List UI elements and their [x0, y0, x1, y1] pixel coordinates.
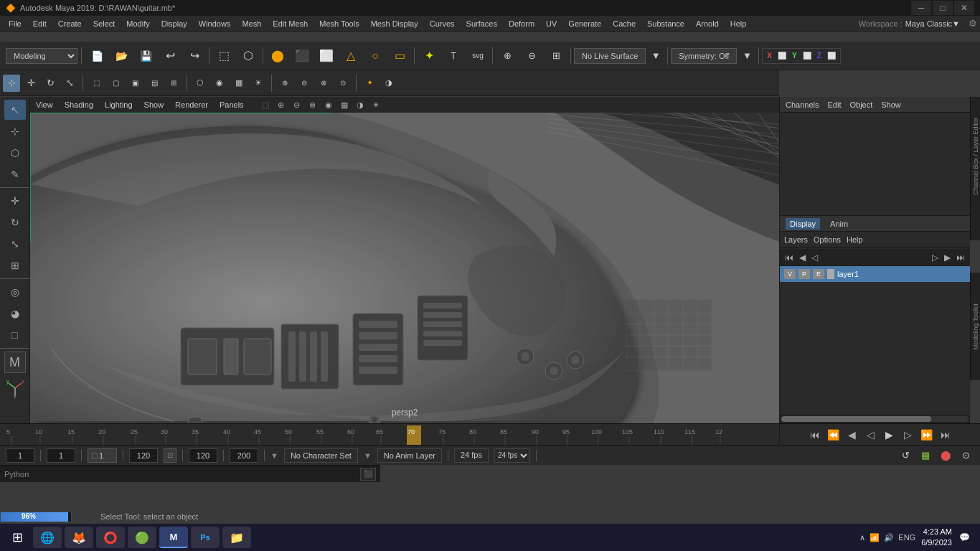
- sculpt-tool[interactable]: ◕: [4, 303, 26, 324]
- star-btn[interactable]: ✦: [418, 44, 440, 67]
- taskbar-edge[interactable]: 🌐: [33, 527, 62, 548]
- clock[interactable]: 4:23 AM 6/9/2023: [921, 527, 952, 549]
- play-back-button[interactable]: ◁: [863, 427, 879, 443]
- rotate-tool-v[interactable]: ↻: [4, 212, 26, 232]
- top-view[interactable]: ▤: [146, 75, 163, 92]
- scale-tool-v[interactable]: ⤡: [4, 234, 26, 254]
- field2-input[interactable]: [47, 448, 75, 463]
- taskbar-chrome[interactable]: 🟢: [128, 527, 156, 548]
- tray-volume[interactable]: 🔊: [884, 533, 894, 542]
- anim-tab[interactable]: Anim: [826, 218, 852, 230]
- panels-menu[interactable]: Panels: [220, 100, 244, 109]
- cone-btn[interactable]: △: [339, 44, 362, 67]
- light-btn[interactable]: ☀: [250, 75, 267, 92]
- layer-v-btn[interactable]: V: [784, 269, 796, 279]
- save-scene-button[interactable]: 💾: [134, 44, 157, 67]
- vp-icon-4[interactable]: ⊗: [306, 98, 320, 111]
- layer-item[interactable]: V P E layer1: [780, 266, 970, 282]
- menu-select[interactable]: Select: [88, 16, 121, 31]
- vp-icon-8[interactable]: ☀: [369, 98, 383, 111]
- paint-tool[interactable]: ✎: [4, 164, 26, 184]
- next-key-button[interactable]: ▷: [900, 427, 916, 443]
- plane-btn[interactable]: ▭: [388, 44, 411, 67]
- menu-uv[interactable]: UV: [540, 16, 562, 31]
- cube-btn[interactable]: ⬛: [291, 44, 314, 67]
- move-tool-v[interactable]: ✛: [4, 191, 26, 211]
- menu-windows[interactable]: Windows: [193, 16, 237, 31]
- symmetry-button[interactable]: Symmetry: Off: [671, 48, 737, 64]
- options-menu[interactable]: Options: [814, 235, 841, 244]
- display-tab[interactable]: Display: [786, 218, 820, 230]
- vp-icon-1[interactable]: ⬚: [258, 98, 273, 111]
- snap-surface[interactable]: ✦: [361, 75, 378, 92]
- taskbar-firefox[interactable]: 🦊: [65, 527, 93, 548]
- object-tab[interactable]: Object: [849, 100, 872, 109]
- channels-tab[interactable]: Channels: [786, 100, 819, 109]
- tool2[interactable]: ⊖: [296, 75, 313, 92]
- menu-curves[interactable]: Curves: [424, 16, 461, 31]
- live-surface-arrow[interactable]: ▼: [647, 47, 664, 65]
- scroll-track[interactable]: [781, 416, 969, 422]
- start-frame-field[interactable]: [6, 448, 34, 463]
- menu-display[interactable]: Display: [156, 16, 193, 31]
- select-tool-2[interactable]: ⊹: [4, 121, 26, 141]
- layer-scrollbar[interactable]: [780, 415, 970, 423]
- menu-help[interactable]: Help: [725, 16, 753, 31]
- layer-p-btn[interactable]: P: [798, 269, 810, 279]
- select-mode-btn[interactable]: ⬚: [212, 44, 235, 67]
- close-button[interactable]: ✕: [954, 1, 974, 15]
- vp-icon-7[interactable]: ◑: [353, 98, 367, 111]
- layer-nav-next[interactable]: ▶: [942, 253, 953, 263]
- snap2-btn[interactable]: ⊖: [520, 44, 543, 67]
- menu-modify[interactable]: Modify: [121, 16, 155, 31]
- layer-nav-prev2[interactable]: ◁: [809, 253, 820, 263]
- select-tool[interactable]: ⊹: [3, 75, 20, 92]
- viewport-canvas[interactable]: persp2: [30, 113, 779, 423]
- torus-btn[interactable]: ○: [364, 44, 387, 67]
- mode-dropdown[interactable]: Modeling: [6, 48, 77, 64]
- next-frame-button[interactable]: ⏩: [919, 427, 935, 443]
- symmetry-arrow[interactable]: ▼: [738, 47, 755, 65]
- show-menu[interactable]: Show: [144, 100, 164, 109]
- language-indicator[interactable]: ENG: [898, 533, 915, 542]
- rotate-tool[interactable]: ↻: [42, 75, 59, 92]
- modeling-toolkit-label[interactable]: Modeling Toolkit: [970, 273, 980, 380]
- tool1[interactable]: ⊕: [276, 75, 293, 92]
- lasso-tool[interactable]: ⬡: [4, 143, 26, 163]
- lighting-menu[interactable]: Lighting: [105, 100, 133, 109]
- status-icon-3[interactable]: ⬤: [937, 447, 954, 464]
- status-icon-1[interactable]: ↺: [897, 447, 914, 464]
- play-forward-button[interactable]: ▶: [882, 427, 897, 443]
- text-btn[interactable]: T: [442, 44, 465, 67]
- prev-frame-button[interactable]: ⏪: [826, 427, 842, 443]
- field5-input[interactable]: [189, 448, 217, 463]
- tray-arrow[interactable]: ∧: [859, 533, 865, 542]
- soft-mod-tool[interactable]: ◎: [4, 282, 26, 302]
- maximize-button[interactable]: □: [933, 1, 953, 15]
- scale-tool[interactable]: ⤡: [61, 75, 78, 92]
- anim-layer-arrow[interactable]: ▼: [364, 451, 372, 460]
- menu-cache[interactable]: Cache: [607, 16, 641, 31]
- tool4[interactable]: ⊙: [334, 75, 352, 92]
- layer-nav-next2[interactable]: ▷: [930, 253, 941, 263]
- menu-file[interactable]: File: [3, 16, 27, 31]
- layer-nav-prev[interactable]: ◀: [797, 253, 808, 263]
- texture-btn[interactable]: ▦: [230, 75, 248, 92]
- field3-input[interactable]: [99, 451, 113, 460]
- viewport[interactable]: View Shading Lighting Show Renderer Pane…: [30, 97, 779, 423]
- menu-generate[interactable]: Generate: [562, 16, 607, 31]
- lighting-btn[interactable]: ◑: [380, 75, 397, 92]
- wireframe-btn[interactable]: ⬡: [192, 75, 209, 92]
- grid-btn[interactable]: ⊞: [545, 44, 567, 67]
- minimize-button[interactable]: ─: [911, 1, 931, 15]
- vp-icon-3[interactable]: ⊖: [290, 98, 304, 111]
- prev-key-button[interactable]: ◀: [844, 427, 860, 443]
- status-icon-2[interactable]: ▦: [917, 447, 934, 464]
- move-tool[interactable]: ✛: [22, 75, 39, 92]
- field6-input[interactable]: [230, 448, 258, 463]
- menu-arnold[interactable]: Arnold: [690, 16, 725, 31]
- four-view[interactable]: ⊞: [165, 75, 182, 92]
- open-scene-button[interactable]: 📂: [110, 44, 133, 67]
- menu-mesh-tools[interactable]: Mesh Tools: [314, 16, 364, 31]
- select-arrow-tool[interactable]: ↖: [4, 100, 26, 120]
